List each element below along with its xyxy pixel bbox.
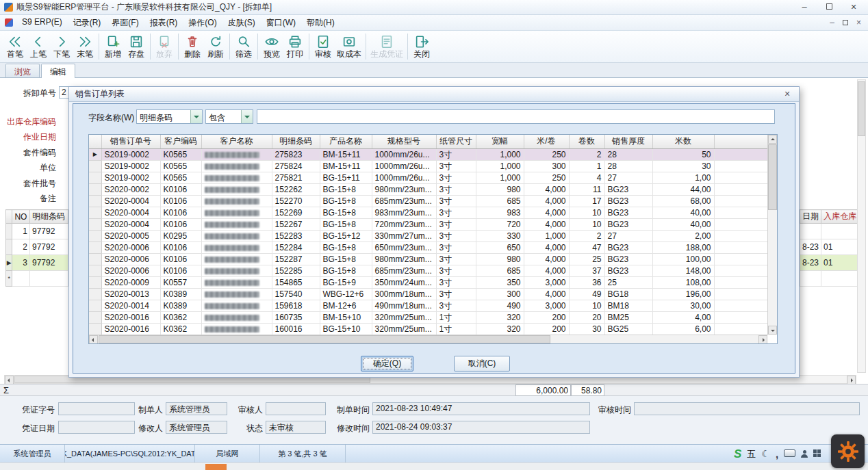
menu-item-6[interactable]: 皮肤(S)	[222, 15, 261, 31]
sales-order-row[interactable]: S2020-0013K0389157540WBG-12+6300mm/18um.…	[89, 288, 767, 300]
detail-row[interactable]: *	[6, 271, 68, 287]
row-selector-cell[interactable]: ▶	[6, 255, 12, 271]
moon-mode-icon[interactable]: ☾	[761, 449, 770, 458]
scroll-thumb[interactable]	[99, 335, 550, 343]
detail-row[interactable]	[800, 271, 858, 287]
sales-order-row[interactable]: S2019-0002K0565275821BG-15+111000mm/26u.…	[89, 172, 767, 183]
sales-order-row[interactable]: S2020-0014K0389159618BM-12+6490mm/18um..…	[89, 300, 767, 311]
row-selector-cell[interactable]: ▶	[89, 148, 101, 160]
toolbar-button-nav-prev[interactable]: 上笔	[27, 33, 50, 60]
sales-order-row[interactable]: S2020-0002K0106152262BG-15+8980mm/23um..…	[89, 183, 767, 195]
menu-item-7[interactable]: 窗口(W)	[261, 15, 301, 31]
toolbar-button-delete[interactable]: 删除	[181, 33, 204, 60]
tab-edit[interactable]: 编辑	[41, 64, 75, 78]
menu-item-3[interactable]: 界面(F)	[106, 15, 144, 31]
detail-row[interactable]: 197792	[6, 224, 68, 239]
no-column-header[interactable]: NO	[12, 210, 30, 224]
operator-select[interactable]: 包含	[205, 109, 253, 124]
scroll-up-button[interactable]	[768, 135, 777, 144]
voucher-no-field[interactable]	[58, 402, 135, 415]
sales-order-row[interactable]: S2020-0004K0106152269BG-15+8983mm/23um..…	[89, 207, 767, 218]
menu-item-1[interactable]: S9 ERP(E)	[16, 15, 68, 31]
row-selector-cell[interactable]	[89, 230, 101, 241]
scroll-thumb[interactable]	[858, 81, 865, 136]
date-column-header[interactable]: 日期	[800, 210, 821, 224]
mdi-restore-button[interactable]	[843, 17, 848, 27]
sales-order-row[interactable]: S2020-0006K0106152287BG-15+8980mm/23um..…	[89, 253, 767, 265]
menu-item-4[interactable]: 报表(R)	[144, 15, 183, 31]
row-selector-cell[interactable]	[89, 276, 101, 288]
main-vertical-scrollbar[interactable]	[857, 79, 866, 373]
sales-order-row[interactable]: ▶S2019-0002K0565275823BM-15+111000mm/26u…	[89, 148, 767, 160]
sales-order-row[interactable]: S2020-0006K0106152284BG-15+8650mm/23um..…	[89, 241, 767, 253]
minimize-button[interactable]: –	[793, 0, 816, 14]
voucher-date-field[interactable]	[58, 421, 135, 434]
tab-browse[interactable]: 浏览	[5, 64, 40, 77]
row-selector-cell[interactable]	[89, 218, 101, 230]
maximize-button[interactable]	[817, 0, 841, 14]
ok-button[interactable]: 确定(Q)	[361, 356, 413, 371]
user-profile-icon[interactable]	[801, 450, 808, 458]
row-selector-cell[interactable]	[89, 183, 101, 195]
toolbar-button-save[interactable]: 存盘	[125, 33, 148, 60]
column-header[interactable]: 销售订单号	[101, 135, 160, 148]
warehouse-column-header[interactable]: 入库仓库	[821, 210, 857, 224]
row-selector-cell[interactable]	[89, 300, 101, 311]
row-selector-cell[interactable]: *	[6, 271, 12, 287]
mdi-close-button[interactable]: ×	[856, 18, 861, 27]
sales-order-row[interactable]: S2020-0006K0106152285BG-15+8685mm/23um..…	[89, 265, 767, 276]
sales-order-row[interactable]: S2020-0009K0557154865BG-15+9350mm/24um..…	[89, 276, 767, 288]
column-header[interactable]: 客户编码	[160, 135, 201, 148]
row-selector-cell[interactable]	[89, 323, 101, 335]
grid-horizontal-scrollbar[interactable]	[89, 335, 767, 343]
sales-order-row[interactable]: S2020-0004K0106152270BG-15+8685mm/23um..…	[89, 195, 767, 207]
sales-order-row[interactable]: S2020-0005K0295152283BG-15+12330mm/27um.…	[89, 230, 767, 241]
column-header[interactable]: 纸管尺寸	[436, 135, 476, 148]
toolbar-button-preview[interactable]: 预览	[260, 33, 283, 60]
toolbar-button-refresh[interactable]: 刷新	[204, 33, 227, 60]
toolbar-button-nav-first[interactable]: 首笔	[3, 33, 27, 60]
column-header[interactable]: 米/卷	[524, 135, 569, 148]
scroll-left-button[interactable]	[89, 335, 98, 344]
barcode-column-header[interactable]: 明细条码	[30, 210, 68, 224]
keyboard-icon[interactable]	[784, 449, 795, 458]
sogou-ime-icon[interactable]: S	[734, 448, 741, 460]
field-name-select[interactable]: 明细条码	[136, 109, 203, 124]
taskbar-app-indicator[interactable]	[205, 464, 227, 470]
row-selector-cell[interactable]	[6, 224, 12, 239]
dialog-close-button[interactable]: ×	[781, 88, 793, 99]
detail-row[interactable]: 8-2301	[800, 239, 858, 255]
column-header[interactable]: 明细条码	[272, 135, 320, 148]
dropdown-arrow-icon[interactable]	[241, 110, 253, 123]
scroll-right-button[interactable]	[758, 335, 767, 344]
row-selector-cell[interactable]	[89, 160, 101, 172]
menu-item-8[interactable]: 帮助(H)	[301, 15, 340, 31]
row-selector-cell[interactable]	[89, 207, 101, 218]
sales-order-row[interactable]: S2020-0016K0362160735BM-15+10320mm/25um.…	[89, 311, 767, 323]
grid-vertical-scrollbar[interactable]	[767, 135, 777, 335]
row-selector-cell[interactable]	[89, 172, 101, 183]
column-header[interactable]: 产品名称	[320, 135, 372, 148]
row-selector-cell[interactable]	[89, 253, 101, 265]
detail-row[interactable]	[800, 224, 858, 239]
filter-value-input[interactable]	[257, 109, 775, 124]
mdi-minimize-button[interactable]: –	[830, 18, 834, 27]
scroll-thumb[interactable]	[768, 144, 777, 210]
menu-item-2[interactable]: 记录(R)	[68, 15, 107, 31]
toolbar-button-filter[interactable]: 筛选	[232, 33, 255, 60]
row-selector-cell[interactable]	[89, 265, 101, 276]
column-header[interactable]: 米数	[652, 135, 714, 148]
sales-order-row[interactable]: S2020-0016K0362160016BG-15+10320mm/25um.…	[89, 323, 767, 335]
row-selector-cell[interactable]	[89, 288, 101, 300]
detail-row[interactable]: 297792	[6, 239, 68, 255]
row-selector-cell[interactable]	[6, 239, 12, 255]
toolbar-button-print[interactable]: 打印	[283, 33, 307, 60]
toolbar-button-audit[interactable]: 审核	[311, 33, 335, 60]
sales-order-row[interactable]: S2019-0002K0565275824BM-15+111000mm/26u.…	[89, 160, 767, 172]
toolbar-button-exit[interactable]: 关闭	[410, 33, 433, 60]
menu-item-5[interactable]: 操作(O)	[183, 15, 222, 31]
toolbar-button-new[interactable]: 新增	[101, 33, 125, 60]
close-button[interactable]: ×	[842, 0, 865, 14]
row-selector-cell[interactable]	[89, 241, 101, 253]
sales-order-row[interactable]: S2020-0004K0106152267BG-15+8720mm/23um..…	[89, 218, 767, 230]
